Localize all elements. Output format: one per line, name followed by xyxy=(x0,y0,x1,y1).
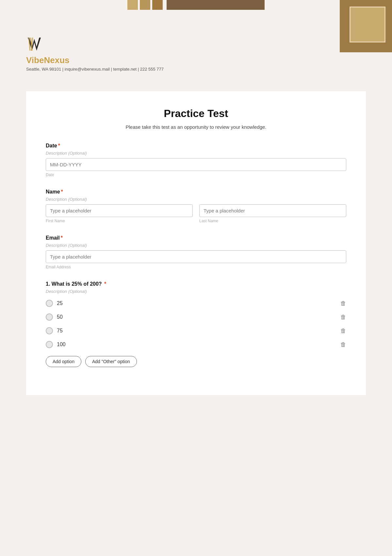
add-options-row: Add option Add "Other" option xyxy=(46,356,346,367)
email-label: Email* xyxy=(46,235,346,241)
question-1-section: 1. What is 25% of 200? * Description (Op… xyxy=(46,281,346,367)
name-required-star: * xyxy=(61,189,63,194)
last-name-hint: Last Name xyxy=(199,219,346,223)
question-1-label: 1. What is 25% of 200? * xyxy=(46,281,346,287)
form-subtitle: Please take this test as an opportunity … xyxy=(46,124,346,130)
form-title: Practice Test xyxy=(46,108,346,120)
q1-description: Description (Optional) xyxy=(46,289,346,294)
main-form: Practice Test Please take this test as a… xyxy=(26,91,366,395)
date-hint: Date xyxy=(46,173,346,177)
date-label: Date* xyxy=(46,143,346,149)
add-option-button[interactable]: Add option xyxy=(46,356,81,367)
header: VibeNexus Seattle, WA 98101 | inquire@vi… xyxy=(0,10,392,78)
option-1-text: 25 xyxy=(57,300,63,306)
email-required-star: * xyxy=(61,235,63,241)
date-description: Description (Optional) xyxy=(46,151,346,156)
required-star: * xyxy=(58,143,60,148)
option-4: 100 🗑 xyxy=(46,338,346,351)
q1-options: 25 🗑 50 🗑 75 🗑 xyxy=(46,296,346,351)
date-field-section: Date* Description (Optional) Date xyxy=(46,143,346,177)
logo-name: VibeNexus xyxy=(26,55,366,65)
add-other-option-button[interactable]: Add "Other" option xyxy=(85,356,137,367)
delete-option-1-button[interactable]: 🗑 xyxy=(340,300,346,307)
logo-contact: Seattle, WA 98101 | inquire@vibenexus.ma… xyxy=(26,67,366,72)
name-row: First Name Last Name xyxy=(46,204,346,223)
option-3-text: 75 xyxy=(57,328,63,334)
logo-area: VibeNexus Seattle, WA 98101 | inquire@vi… xyxy=(26,34,366,72)
radio-circle-4[interactable] xyxy=(46,341,53,348)
option-2: 50 🗑 xyxy=(46,310,346,324)
email-input[interactable] xyxy=(46,250,346,263)
radio-circle-2[interactable] xyxy=(46,313,53,321)
first-name-hint: First Name xyxy=(46,219,193,223)
radio-circle-3[interactable] xyxy=(46,327,53,334)
option-2-text: 50 xyxy=(57,314,63,320)
first-name-input[interactable] xyxy=(46,204,193,217)
date-input[interactable] xyxy=(46,158,346,171)
option-4-text: 100 xyxy=(57,342,66,347)
delete-option-2-button[interactable]: 🗑 xyxy=(340,314,346,321)
email-hint: Email Address xyxy=(46,265,346,269)
delete-option-4-button[interactable]: 🗑 xyxy=(340,341,346,348)
name-description: Description (Optional) xyxy=(46,197,346,202)
name-label: Name* xyxy=(46,189,346,195)
logo-icon xyxy=(26,34,46,54)
last-name-input[interactable] xyxy=(199,204,346,217)
radio-circle-1[interactable] xyxy=(46,300,53,307)
q1-required-star: * xyxy=(103,281,106,287)
option-3: 75 🗑 xyxy=(46,324,346,338)
name-field-section: Name* Description (Optional) First Name … xyxy=(46,189,346,223)
first-name-col: First Name xyxy=(46,204,193,223)
last-name-col: Last Name xyxy=(199,204,346,223)
email-field-section: Email* Description (Optional) Email Addr… xyxy=(46,235,346,269)
email-description: Description (Optional) xyxy=(46,243,346,248)
delete-option-3-button[interactable]: 🗑 xyxy=(340,328,346,334)
option-1: 25 🗑 xyxy=(46,296,346,310)
